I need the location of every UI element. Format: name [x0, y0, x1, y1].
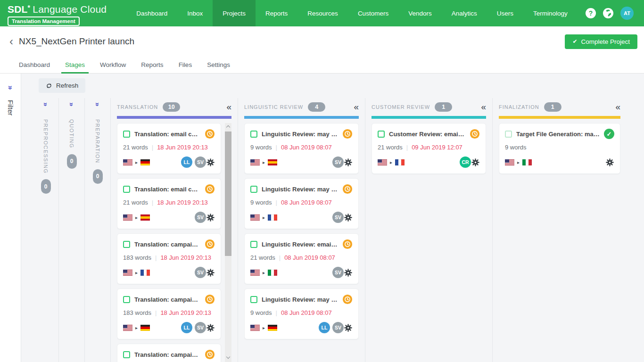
collapse-stage-icon[interactable]: « [354, 102, 359, 112]
settings-gear-icon[interactable] [471, 158, 480, 167]
task-card[interactable]: Linguistic Review: email comm... 21 word… [244, 233, 359, 284]
card-checkbox[interactable] [123, 241, 130, 248]
target-flag-icon [140, 325, 150, 331]
card-checkbox[interactable] [123, 186, 130, 193]
task-card[interactable]: Translation: campaign stats.... 183 word… [117, 288, 221, 339]
word-count: 9 words [505, 144, 527, 151]
collapse-stage-icon[interactable]: « [226, 102, 231, 112]
collapse-stage-icon[interactable]: « [615, 102, 620, 112]
expand-stage-icon[interactable]: » [42, 102, 50, 106]
expand-stage-icon[interactable]: » [94, 102, 101, 106]
collapse-stage-icon[interactable]: « [481, 102, 486, 112]
task-card[interactable]: Linguistic Review: may 2019 ca... 9 word… [244, 123, 359, 174]
top-navigation-bar: SDL*Language Cloud Translation Managemen… [0, 0, 644, 26]
settings-gear-icon[interactable] [344, 268, 353, 277]
nav-item-dashboard[interactable]: Dashboard [126, 0, 177, 26]
settings-gear-icon[interactable] [206, 158, 215, 167]
collapsed-stage-column: » PREPARATION 0 [85, 98, 111, 362]
expand-filter-icon[interactable]: » [7, 86, 14, 90]
assignee-avatar: SV [332, 267, 344, 278]
clock-status-icon [342, 184, 353, 194]
nav-item-vendors[interactable]: Vendors [398, 0, 442, 26]
task-card[interactable]: Linguistic Review: may 2019 ca... 9 word… [244, 288, 359, 339]
tab-stages[interactable]: Stages [58, 57, 92, 73]
card-checkbox[interactable] [250, 241, 257, 248]
scroll-down-icon[interactable] [226, 355, 230, 359]
assignee-avatar: LL [181, 156, 192, 168]
settings-gear-icon[interactable] [206, 268, 215, 277]
stage-count-badge: 4 [308, 102, 325, 112]
target-flag-icon [395, 159, 405, 165]
card-checkbox[interactable] [378, 131, 385, 138]
nav-item-projects[interactable]: Projects [213, 0, 256, 26]
stage-color-bar [117, 116, 231, 119]
expand-stage-icon[interactable]: » [68, 102, 75, 106]
card-checkbox[interactable] [123, 296, 130, 303]
task-card[interactable]: Translation: email communi... 21 words |… [117, 178, 221, 229]
nav-item-terminology[interactable]: Terminology [523, 0, 578, 26]
card-checkbox[interactable] [123, 351, 130, 358]
stage-color-bar [244, 116, 359, 119]
source-flag-icon [250, 159, 260, 165]
help-icon[interactable]: ? [586, 8, 596, 18]
nav-item-reports[interactable]: Reports [256, 0, 297, 26]
stage-column: TRANSLATION 10 « Translation: email comm… [111, 98, 238, 362]
card-checkbox[interactable] [250, 186, 257, 193]
task-card[interactable]: Linguistic Review: may 2019 ca... 9 word… [244, 178, 359, 229]
card-checkbox[interactable] [505, 131, 512, 138]
tab-settings[interactable]: Settings [199, 57, 238, 73]
stage-column: FINALIZATION 1 « Target File Generation:… [493, 98, 627, 362]
project-tabbar: DashboardStagesWorkflowReportsFilesSetti… [0, 57, 644, 74]
settings-gear-icon[interactable] [344, 213, 353, 222]
logo-badge: Translation Management [8, 16, 80, 26]
word-count: 21 words [123, 199, 148, 206]
user-avatar[interactable]: AT [620, 7, 634, 20]
settings-gear-icon[interactable] [344, 323, 353, 332]
tab-reports[interactable]: Reports [133, 57, 171, 73]
separator: | [279, 254, 281, 261]
tab-files[interactable]: Files [171, 57, 200, 73]
back-chevron-icon[interactable]: ‹ [9, 36, 13, 47]
tab-workflow[interactable]: Workflow [92, 57, 133, 73]
nav-item-inbox[interactable]: Inbox [177, 0, 213, 26]
nav-item-customers[interactable]: Customers [348, 0, 398, 26]
stage-count-badge: 1 [435, 102, 452, 112]
target-flag-icon [140, 159, 150, 165]
stage-count-badge: 10 [163, 102, 180, 112]
settings-gear-icon[interactable] [605, 158, 614, 167]
assignee-avatars: LLSV [181, 156, 206, 168]
source-flag-icon [123, 214, 132, 221]
task-card[interactable]: Translation: campaign stats.... 183 word… [117, 233, 221, 284]
column-scrollbar[interactable] [225, 123, 231, 362]
assignee-avatars: SV [195, 267, 206, 278]
separator: | [152, 144, 153, 151]
word-count: 9 words [250, 199, 272, 206]
settings-gear-icon[interactable] [344, 158, 353, 167]
task-card[interactable]: Customer Review: email comm... 21 words … [372, 123, 486, 174]
scroll-up-icon[interactable] [226, 125, 230, 129]
separator: | [155, 309, 157, 316]
nav-item-analytics[interactable]: Analytics [442, 0, 487, 26]
task-card[interactable]: Target File Generation: may 20... ✓ 9 wo… [499, 123, 620, 174]
stage-column: LINGUISTIC REVIEW 4 « Linguistic Review:… [238, 98, 365, 362]
settings-gear-icon[interactable] [206, 213, 215, 222]
card-checkbox[interactable] [123, 131, 130, 138]
assignee-avatar: SV [195, 267, 206, 278]
nav-item-users[interactable]: Users [487, 0, 523, 26]
settings-gear-icon[interactable] [206, 323, 215, 332]
collapsed-stage-column: » QUOTING 0 [59, 98, 85, 362]
scrollbar-thumb[interactable] [225, 132, 231, 256]
nav-item-resources[interactable]: Resources [297, 0, 348, 26]
card-checkbox[interactable] [250, 296, 257, 303]
globe-icon[interactable] [603, 8, 613, 18]
card-title: Customer Review: email comm... [389, 131, 465, 138]
task-card[interactable]: Translation: campaign stats.... [117, 344, 221, 362]
clock-status-icon [342, 129, 353, 139]
stage-column: CUSTOMER REVIEW 1 « Customer Review: ema… [365, 98, 493, 362]
due-date: 08 Jun 2019 08:07 [284, 254, 335, 261]
complete-project-button[interactable]: ✔ Complete Project [565, 34, 637, 49]
tab-dashboard[interactable]: Dashboard [11, 57, 58, 73]
task-card[interactable]: Translation: email communi... 21 words |… [117, 123, 221, 174]
refresh-button[interactable]: Refresh [39, 78, 85, 93]
card-checkbox[interactable] [250, 131, 257, 138]
